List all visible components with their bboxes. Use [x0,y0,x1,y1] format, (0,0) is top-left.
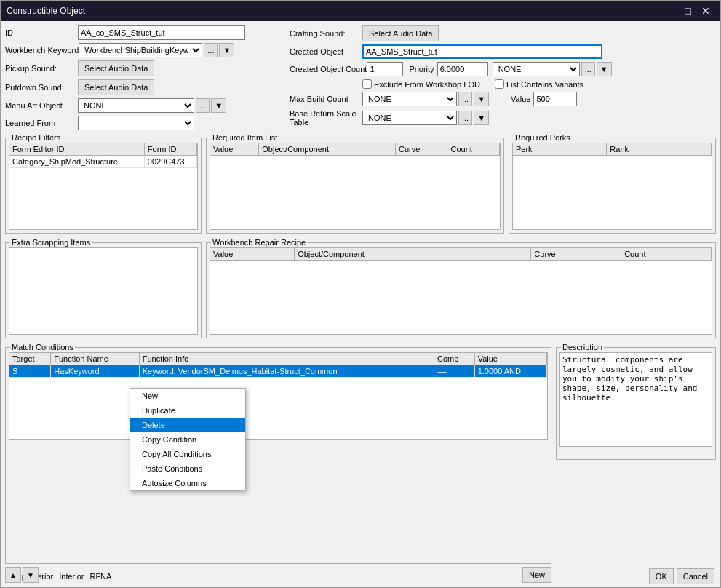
exclude-lod-checkbox[interactable] [362,79,372,89]
context-menu-item-delete[interactable]: Delete [130,418,245,432]
workbench-repair-section: Workbench Repair Recipe Value Object/Com… [206,242,716,338]
list-variants-checkbox[interactable] [495,79,504,89]
left-form: ID Workbench Keyword WorkbenchShipBuildi… [5,25,278,133]
extra-scrapping-table-container [9,247,198,335]
context-menu-item-copy-condition[interactable]: Copy Condition [130,432,245,447]
description-section: Description [556,347,716,564]
rp-col-perk: Perk [513,143,607,156]
workbench-repair-table-container: Value Object/Component Curve Count [210,247,712,335]
context-menu-item-paste[interactable]: Paste Conditions [130,461,245,476]
context-menu-item-duplicate[interactable]: Duplicate [130,403,245,418]
value-label: Value [511,95,530,103]
putdown-sound-label: Putdown Sound: [5,83,78,92]
menu-art-label: Menu Art Object [5,101,78,110]
recipe-filters-table: Form Editor ID Form ID Category_ShipMod_… [9,143,197,168]
priority-label: Priority [409,65,434,74]
workbench-repair-title: Workbench Repair Recipe [211,238,307,247]
recipe-filters-title: Recipe Filters [10,133,62,142]
created-object-input[interactable] [362,44,602,59]
required-perks-section: Required Perks Perk Rank [509,138,716,234]
context-menu-item-copy-all[interactable]: Copy All Conditions [130,447,245,461]
putdown-sound-btn[interactable]: Select Audio Data [78,79,154,95]
workbench-label: Workbench Keyword [5,46,79,55]
required-items-table-container: Value Object/Component Curve Count [210,143,501,230]
new-btn[interactable]: New [522,567,551,583]
menu-art-row: Menu Art Object NONE ... ▼ [5,98,278,113]
minimize-button[interactable]: — [661,4,680,18]
menu-art-dropdown[interactable]: NONE [78,98,194,113]
recipe-col-form-id: Form ID [144,143,196,156]
crafting-sound-label: Crafting Sound: [290,29,362,38]
base-return-extra-btn[interactable]: ... [458,111,472,125]
required-perks-title: Required Perks [514,133,572,142]
match-conditions-bottom: ▲ ▼ New [5,567,551,583]
priority-arrow-btn[interactable]: ▼ [597,62,612,76]
pickup-sound-row: Pickup Sound: Select Audio Data [5,60,278,76]
id-row: ID [5,25,278,40]
ok-btn[interactable]: OK [649,568,674,584]
context-menu-item-autosize[interactable]: Autosize Columns [130,476,245,490]
match-conditions-section: Match Conditions Target Function Name Fu… [5,347,551,564]
extra-scrapping-title: Extra Scrapping Items [10,238,92,247]
workbench-row: Workbench Keyword WorkbenchShipBuildingK… [5,43,278,57]
recipe-filters-section: Recipe Filters Form Editor ID Form ID [5,138,202,234]
workbench-dropdown[interactable]: WorkbenchShipBuildingKeyword [79,43,202,57]
max-build-arrow-btn[interactable]: ▼ [474,92,489,106]
crafting-sound-btn[interactable]: Select Audio Data [362,25,439,41]
mc-col-target: Target [9,353,51,365]
context-menu: New Duplicate Delete Copy Condition Copy… [130,388,246,491]
max-build-extra-btn[interactable]: ... [458,92,472,106]
window-controls: — □ ✕ [661,4,714,18]
context-menu-item-new[interactable]: New [130,389,245,403]
created-object-label: Created Object [290,47,362,56]
cancel-btn[interactable]: Cancel [677,568,714,584]
nav-up-btn[interactable]: ▲ [5,567,21,583]
table-row[interactable]: S HasKeyword Keyword: VendorSM_Deimos_Ha… [9,365,547,378]
priority-extra-btn[interactable]: ... [581,62,595,76]
learned-from-label: Learned From [5,119,78,127]
menu-art-extra-btn[interactable]: ... [196,98,210,113]
table-row[interactable]: Category_ShipMod_Structure 0029C473 [9,156,197,168]
recipe-col-form-editor: Form Editor ID [9,143,144,156]
priority-input[interactable] [437,62,488,76]
mc-col-comp: Comp [434,353,474,365]
crafting-sound-row: Crafting Sound: Select Audio Data [290,25,716,41]
workbench-arrow-btn[interactable]: ▼ [219,43,234,57]
pickup-sound-label: Pickup Sound: [5,64,78,73]
nav-down-btn[interactable]: ▼ [23,567,39,583]
required-items-title: Required Item List [211,133,279,142]
id-label: ID [5,28,78,37]
workbench-extra-btn[interactable]: ... [204,43,218,57]
required-items-table: Value Object/Component Curve Count [210,143,500,156]
base-return-dropdown[interactable]: NONE [362,111,457,125]
close-button[interactable]: ✕ [697,4,714,18]
id-input[interactable] [78,25,245,40]
title-bar: Constructible Object — □ ✕ [1,1,720,21]
created-count-label: Created Object Count [290,65,367,74]
required-perks-table-container: Perk Rank [512,143,712,230]
required-items-section: Required Item List Value Object/Componen… [206,138,504,234]
description-textarea[interactable] [559,352,712,447]
created-count-input[interactable] [367,62,403,76]
rp-col-rank: Rank [607,143,712,156]
nav-buttons: ▲ ▼ [5,567,39,583]
pickup-sound-btn[interactable]: Select Audio Data [78,60,154,76]
value-input[interactable] [533,92,577,106]
priority-dropdown[interactable]: NONE [493,62,580,76]
ri-col-object: Object/Component [259,143,396,156]
max-build-row: Max Build Count NONE ... ▼ Value [290,92,716,106]
putdown-sound-row: Putdown Sound: Select Audio Data [5,79,278,95]
base-return-arrow-btn[interactable]: ▼ [474,111,489,125]
learned-from-dropdown[interactable] [78,116,194,130]
base-return-row: Base Return Scale Table NONE ... ▼ [290,109,716,127]
wr-col-curve: Curve [531,248,621,261]
max-build-dropdown[interactable]: NONE [362,92,457,106]
bottom-section: Match Conditions Target Function Name Fu… [5,347,716,564]
match-conditions-table: Target Function Name Function Info Comp … [9,353,547,378]
mc-cell-comp: == [434,365,474,378]
constructible-object-window: Constructible Object — □ ✕ ID Workbench … [0,0,721,588]
window-title: Constructible Object [7,6,85,16]
menu-art-arrow-btn[interactable]: ▼ [211,98,226,113]
match-conditions-title: Match Conditions [10,343,75,351]
maximize-button[interactable]: □ [681,4,696,18]
